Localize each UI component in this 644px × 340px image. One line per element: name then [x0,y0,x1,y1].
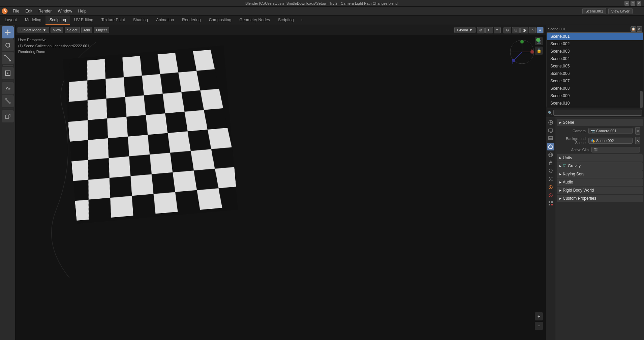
props-world-icon[interactable] [547,151,554,159]
viewport[interactable]: Object Mode ▼ View Select Add Object Glo… [16,25,546,340]
tab-texture-paint[interactable]: Texture Paint [97,16,129,25]
menu-edit[interactable]: Edit [23,8,35,14]
select-menu-button[interactable]: Select [65,27,80,33]
scene-delete-button[interactable]: ✕ [637,26,642,32]
props-modifier-icon[interactable] [547,167,554,175]
svg-marker-7 [9,32,11,33]
active-clip-value[interactable]: 🎬 [591,147,640,152]
scene-item-001[interactable]: Scene.001 [547,33,643,40]
object-mode-button[interactable]: Object Mode ▼ [18,27,49,33]
transform-icon-2[interactable]: ↻ [485,27,493,33]
svg-line-55 [550,194,552,196]
props-data-icon[interactable] [547,200,554,207]
menu-help[interactable]: Help [75,8,89,14]
tab-modeling[interactable]: Modeling [21,16,45,25]
custom-properties-label: Custom Properties [563,196,596,201]
view-layer-selector[interactable]: View Layer [608,8,633,14]
scene-item-007[interactable]: Scene.007 [547,77,643,85]
props-scene-icon[interactable] [547,143,554,150]
viewport-shading-rendered[interactable]: ● [536,27,544,33]
scene-item-010[interactable]: Scene.010 [547,100,643,107]
zoom-out-button[interactable]: − [535,322,543,330]
custom-properties-header[interactable]: ▶ Custom Properties [557,195,643,202]
tab-scripting[interactable]: Scripting [274,16,298,25]
scene-section-label: Scene [563,120,574,125]
gravity-checkbox[interactable]: ☑ [563,164,566,168]
active-clip-row: Active Clip 🎬 [557,146,643,153]
scene-item-002[interactable]: Scene.002 [547,40,643,48]
props-output-icon[interactable] [547,127,554,134]
transform-icon-1[interactable]: ⊕ [477,27,485,33]
viewport-shading-wire[interactable]: ⊟ [512,27,520,33]
menu-file[interactable]: File [10,8,22,14]
transform-global-button[interactable]: Global ▼ [454,27,476,33]
scene-new-button[interactable]: 📋 [631,26,636,32]
units-section-header[interactable]: ▶ Units [557,154,643,162]
rigid-body-world-header[interactable]: ▶ Rigid Body World [557,187,643,194]
scale-tool-button[interactable] [2,52,14,64]
toolbar-separator-1 [3,65,13,66]
move-tool-button[interactable] [2,26,14,38]
gravity-section-header[interactable]: ▶ ☑ Gravity [557,162,643,170]
close-button[interactable]: ✕ [637,1,641,6]
tab-geometry-nodes[interactable]: Geometry Nodes [235,16,274,25]
background-scene-value[interactable]: 🎭 Scene.002 [588,138,633,144]
navigation-gizmo[interactable]: X Y Z [509,38,535,65]
props-render-icon[interactable] [547,119,554,126]
scene-item-003[interactable]: Scene.003 [547,48,643,55]
props-particles-icon[interactable] [547,175,554,183]
svg-line-15 [5,99,10,104]
svg-rect-58 [549,204,550,205]
maximize-button[interactable]: □ [631,1,635,6]
minimize-button[interactable]: – [624,1,629,6]
window-controls[interactable]: – □ ✕ [624,1,641,6]
zoom-in-button[interactable]: + [535,312,543,320]
tab-compositing[interactable]: Compositing [205,16,236,25]
menu-window[interactable]: Window [55,8,75,14]
scene-item-008[interactable]: Scene.008 [547,85,643,92]
keying-sets-header[interactable]: ▶ Keying Sets [557,170,643,178]
scene-item-006[interactable]: Scene.006 [547,70,643,77]
bg-scene-clear-button[interactable]: ✕ [635,137,640,144]
add-cube-button[interactable] [2,110,14,122]
add-menu-button[interactable]: Add [81,27,93,33]
measure-tool-button[interactable] [2,95,14,107]
tab-shading[interactable]: Shading [129,16,152,25]
tab-sculpting[interactable]: Sculpting [45,16,70,25]
svg-line-33 [514,52,522,60]
view-lock-button[interactable]: 🔒 [535,47,543,55]
rigid-body-world-section: ▶ Rigid Body World [557,187,643,194]
dropdown-scrollbar[interactable] [640,91,643,108]
transform-icon-3[interactable]: ≡ [494,27,500,33]
tab-uv-editing[interactable]: UV Editing [70,16,97,25]
transform-tool-button[interactable] [2,67,14,79]
rotate-tool-button[interactable] [2,39,14,51]
scene-item-009[interactable]: Scene.009 [547,92,643,100]
tab-layout[interactable]: Layout [1,16,21,25]
view-menu-button[interactable]: View [51,27,63,33]
tab-animation[interactable]: Animation [152,16,178,25]
camera-value[interactable]: 📷 Camera.001 [588,128,633,134]
viewport-shading-solid[interactable]: ◑ [520,27,528,33]
overlay-button[interactable]: ⊙ [503,27,511,33]
add-workspace-button[interactable]: + [298,16,306,25]
annotate-tool-button[interactable] [2,82,14,94]
props-physics-icon[interactable] [547,183,554,191]
properties-content: ▶ Scene Camera 📷 Camera.001 ✕ B [555,117,644,340]
scene-item-004[interactable]: Scene.004 [547,55,643,62]
viewport-shading-material[interactable]: ○ [529,27,536,33]
menu-render[interactable]: Render [36,8,54,14]
scene-search-input[interactable] [553,110,642,116]
scene-selector[interactable]: Scene.001 [582,8,606,14]
props-viewlayer-icon[interactable] [547,135,554,142]
audio-section-header[interactable]: ▶ Audio [557,178,643,186]
scene-search-box[interactable]: 🔍 [547,109,643,116]
scene-dropdown-list[interactable]: Scene.001 Scene.002 Scene.003 Scene.004 … [547,32,643,107]
scene-item-005[interactable]: Scene.005 [547,62,643,70]
camera-clear-button[interactable]: ✕ [635,127,640,135]
tab-rendering[interactable]: Rendering [178,16,205,25]
props-constraint-icon[interactable] [547,192,554,199]
props-object-icon[interactable] [547,159,554,167]
object-menu-button[interactable]: Object [94,27,109,33]
scene-section-header[interactable]: ▶ Scene [557,119,643,126]
